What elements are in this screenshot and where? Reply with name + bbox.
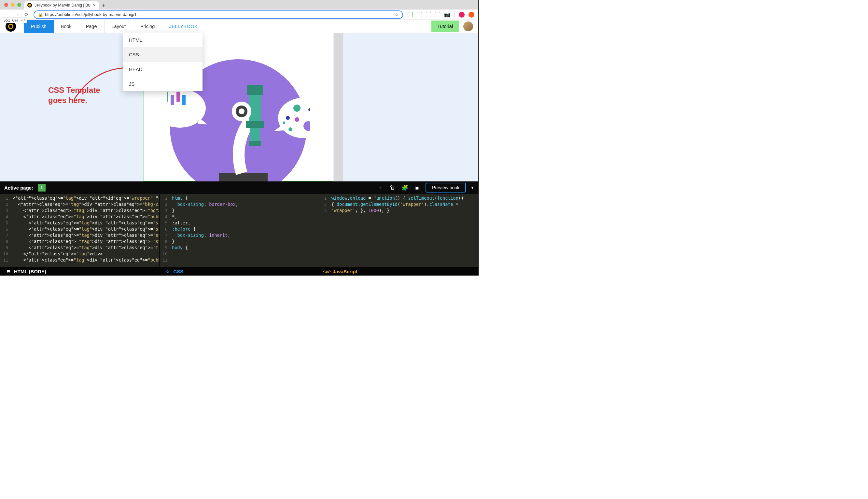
ext-icon-1[interactable]: [408, 12, 413, 17]
page-shade: [334, 33, 343, 181]
window-min-icon[interactable]: [11, 3, 15, 7]
toolbar-caret-icon[interactable]: ▼: [470, 185, 474, 190]
dropdown-item-html[interactable]: HTML: [123, 33, 202, 47]
tutorial-button[interactable]: Tutorial: [431, 21, 459, 32]
svg-rect-2: [219, 173, 268, 181]
editor-footer: ⬒ HTML (BODY) ⬙ CSS <.js> JavaScript: [0, 267, 478, 276]
profile-icon[interactable]: [459, 12, 464, 17]
app-navbar: Publish Book Page Layout Pricing JELLYBO…: [0, 20, 478, 33]
traffic-lights: [3, 3, 21, 7]
html-editor[interactable]: 1234567891011 <"attr">class"eq">="tag">d…: [0, 194, 160, 267]
footer-js-label: <.js> JavaScript: [319, 268, 478, 274]
new-tab-button[interactable]: +: [99, 3, 108, 10]
user-avatar[interactable]: [463, 22, 473, 31]
url-input[interactable]: [45, 12, 392, 17]
camera-icon[interactable]: 📷: [444, 11, 450, 17]
code-editors: 1234567891011 <"attr">class"eq">="tag">d…: [0, 194, 478, 267]
lock-icon: 🔒: [38, 12, 43, 17]
footer-html-label: ⬒ HTML (BODY): [0, 268, 160, 274]
ext-icon-4[interactable]: [435, 12, 440, 17]
nav-pricing[interactable]: Pricing: [133, 20, 162, 33]
svg-point-10: [239, 108, 245, 114]
svg-rect-3: [247, 85, 263, 95]
window-close-icon[interactable]: [4, 3, 8, 7]
publish-button[interactable]: Publish: [24, 20, 54, 33]
svg-rect-14: [176, 92, 180, 102]
active-page-label: Active page:: [4, 185, 33, 191]
layout-icon[interactable]: ▣: [413, 184, 421, 191]
browser-tab-strip: Jellybook by Marvin Danig | Bu × +: [0, 0, 478, 10]
tab-close-icon[interactable]: ×: [93, 3, 95, 8]
svg-point-20: [295, 117, 299, 122]
svg-point-23: [283, 121, 285, 124]
active-page-number: 1: [38, 184, 46, 192]
dropdown-item-head[interactable]: HEAD: [123, 62, 202, 76]
svg-rect-13: [171, 95, 174, 105]
svg-point-19: [286, 116, 290, 120]
svg-rect-6: [250, 128, 260, 141]
delete-page-icon[interactable]: 🗑: [388, 184, 396, 191]
svg-rect-12: [167, 92, 168, 102]
js-editor[interactable]: 123 window.onload = function() { setTime…: [319, 194, 478, 267]
svg-point-17: [293, 105, 300, 112]
extensions: 📷: [408, 11, 474, 17]
favicon-icon: [27, 3, 32, 8]
tab-title: Jellybook by Marvin Danig | Bu: [35, 3, 90, 8]
layout-dropdown: HTML CSS HEAD JS: [123, 33, 202, 91]
dropdown-item-css[interactable]: CSS: [123, 47, 202, 62]
svg-point-22: [288, 127, 293, 131]
forward-icon[interactable]: →: [14, 12, 19, 17]
reload-icon[interactable]: ⟳: [24, 12, 29, 17]
preview-book-button[interactable]: Preview book: [425, 183, 466, 193]
back-icon[interactable]: ←: [4, 12, 10, 17]
ext-icon-2[interactable]: [417, 12, 422, 17]
nav-book[interactable]: Book: [54, 20, 79, 33]
divider: [455, 12, 455, 17]
ext-icon-3[interactable]: [426, 12, 431, 17]
nav-brand[interactable]: JELLYBOOK: [162, 20, 205, 33]
preview-pane: [0, 33, 478, 181]
nav-layout[interactable]: Layout: [104, 20, 134, 33]
editor-toolbar: Active page: 1 ＋ 🗑 🧩 ▣ Preview book ▼: [0, 181, 478, 194]
footer-css-label: ⬙ CSS: [160, 268, 319, 274]
nav-page[interactable]: Page: [79, 20, 104, 33]
plugin-icon[interactable]: 🧩: [401, 184, 409, 191]
svg-rect-15: [182, 95, 186, 105]
js-icon: <.js>: [324, 268, 330, 274]
url-field[interactable]: 🔒 ☆: [34, 10, 403, 19]
css-editor[interactable]: 1234567891011 html { box-sizing: border-…: [160, 194, 319, 267]
ext-icon-5[interactable]: [469, 12, 474, 17]
bookmark-star-icon[interactable]: ☆: [394, 12, 398, 17]
window-max-icon[interactable]: [17, 3, 21, 7]
svg-rect-7: [249, 141, 261, 146]
svg-rect-5: [246, 121, 264, 128]
css3-icon: ⬙: [165, 268, 171, 274]
dropdown-item-js[interactable]: JS: [123, 76, 202, 91]
address-bar: ← → ⟳ 🔒 ☆ 📷: [0, 10, 478, 20]
perf-timing-badge: 551.6ms ×7: [2, 17, 27, 23]
annotation: CSS Template goes here.: [48, 63, 100, 105]
browser-tab[interactable]: Jellybook by Marvin Danig | Bu ×: [24, 1, 99, 10]
html5-icon: ⬒: [5, 268, 11, 274]
add-page-icon[interactable]: ＋: [376, 184, 384, 192]
